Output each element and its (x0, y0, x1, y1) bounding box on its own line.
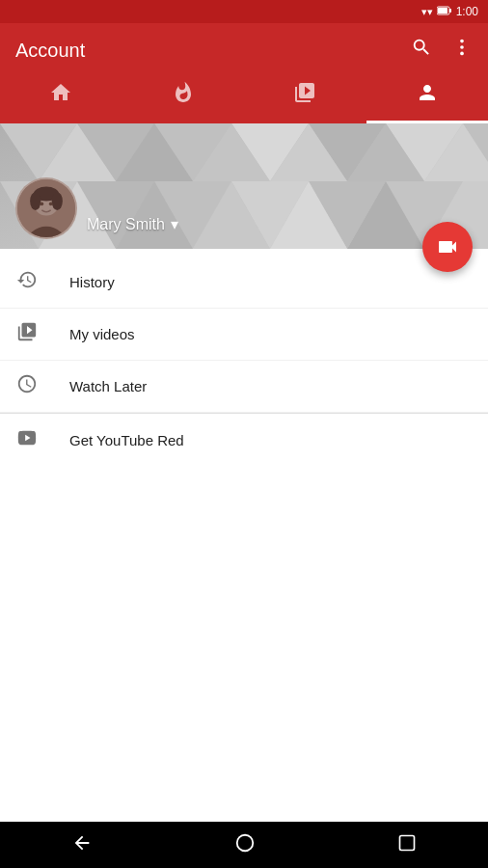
tab-account[interactable] (366, 77, 489, 123)
profile-name: Mary Smith (87, 216, 165, 233)
svg-point-39 (49, 202, 53, 205)
camera-icon (436, 235, 459, 258)
recents-nav-icon[interactable] (397, 833, 417, 857)
svg-point-5 (460, 52, 464, 56)
battery-icon (437, 6, 452, 17)
back-nav-icon[interactable] (71, 832, 93, 858)
watch-later-label: Watch Later (69, 378, 147, 394)
nav-bar (0, 822, 488, 868)
svg-point-38 (40, 202, 43, 205)
svg-point-36 (30, 192, 41, 210)
menu-item-watch-later[interactable]: Watch Later (0, 361, 488, 413)
my-videos-label: My videos (69, 326, 135, 342)
search-icon[interactable] (411, 37, 432, 64)
more-options-icon[interactable] (451, 37, 473, 64)
app-bar-actions (411, 37, 473, 64)
banner-pattern-svg (0, 123, 488, 249)
youtube-red-icon (15, 427, 39, 453)
menu-list: History My videos Watch Later Get YouTub… (0, 249, 488, 466)
account-tab-icon (416, 81, 439, 110)
history-icon (15, 269, 39, 295)
svg-point-37 (52, 192, 63, 210)
svg-point-4 (460, 45, 464, 49)
profile-dropdown-icon: ▾ (171, 215, 178, 233)
svg-point-3 (460, 40, 464, 43)
subscriptions-tab-icon (293, 81, 316, 110)
svg-rect-41 (400, 835, 415, 850)
home-nav-icon[interactable] (234, 832, 256, 858)
profile-banner: Mary Smith ▾ (0, 123, 488, 249)
watch-later-icon (15, 373, 39, 399)
my-videos-icon (15, 321, 39, 347)
tab-home[interactable] (0, 77, 122, 123)
app-bar-title: Account (15, 40, 85, 62)
profile-avatar[interactable] (15, 177, 77, 239)
svg-point-40 (237, 834, 254, 851)
tab-subscriptions[interactable] (244, 77, 366, 123)
menu-item-history[interactable]: History (0, 257, 488, 309)
svg-rect-2 (449, 9, 451, 13)
menu-item-my-videos[interactable]: My videos (0, 309, 488, 361)
status-bar: ▾▾ 1:00 (0, 0, 488, 23)
svg-rect-1 (438, 8, 447, 14)
profile-section: Mary Smith ▾ (0, 123, 488, 249)
tab-bar (0, 77, 488, 123)
avatar-image (17, 179, 75, 237)
profile-name-row[interactable]: Mary Smith ▾ (87, 215, 178, 233)
history-label: History (69, 274, 115, 290)
tab-trending[interactable] (122, 77, 245, 123)
wifi-icon: ▾▾ (421, 6, 433, 18)
trending-tab-icon (172, 81, 195, 110)
status-time: 1:00 (456, 5, 478, 18)
menu-item-youtube-red[interactable]: Get YouTube Red (0, 414, 488, 466)
youtube-red-label: Get YouTube Red (69, 432, 184, 448)
upload-fab[interactable] (422, 222, 473, 272)
home-tab-icon (49, 81, 72, 110)
status-icons: ▾▾ 1:00 (421, 5, 478, 18)
app-bar: Account (0, 23, 488, 77)
